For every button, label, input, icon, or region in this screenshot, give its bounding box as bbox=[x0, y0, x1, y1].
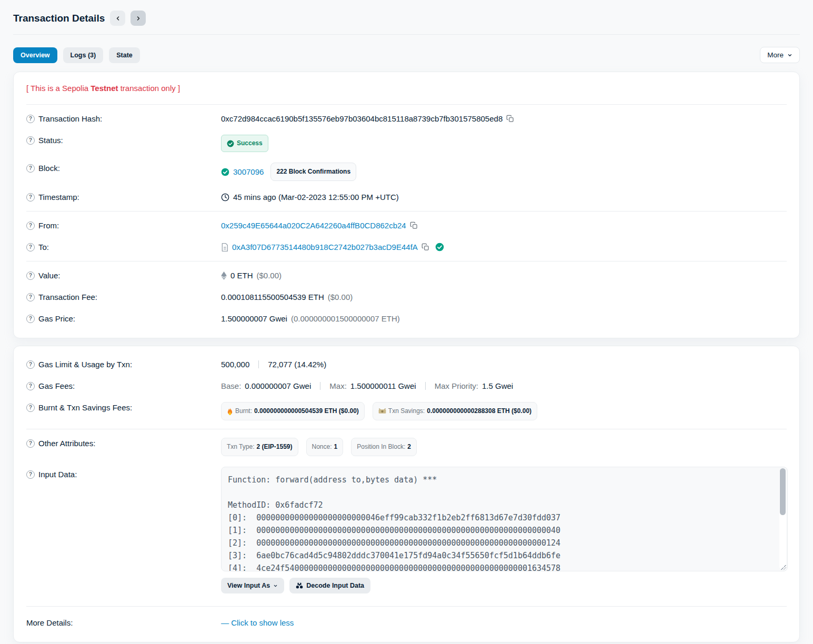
from-address-link[interactable]: 0x259c49E65644a020C2A642260a4ffB0CD862cb… bbox=[221, 220, 406, 231]
testnet-notice: [ This is a Sepolia Testnet transaction … bbox=[26, 76, 787, 101]
separator bbox=[425, 382, 426, 390]
help-icon[interactable] bbox=[26, 271, 35, 280]
transaction-hash-value: 0xc72d984ccac6190b5f135576eb97b03604bc81… bbox=[221, 113, 503, 124]
from-row: From: 0x259c49E65644a020C2A642260a4ffB0C… bbox=[26, 215, 787, 236]
more-dropdown-button[interactable]: More bbox=[760, 47, 800, 63]
help-icon[interactable] bbox=[26, 382, 35, 390]
base-fee-label: Base: bbox=[221, 380, 241, 391]
input-data-actions: View Input As Decode Input Data bbox=[221, 578, 788, 593]
chevron-down-icon bbox=[787, 53, 792, 58]
max-priority-value: 1.5 Gwei bbox=[482, 380, 513, 391]
block-label: Block: bbox=[26, 163, 221, 174]
gas-price-amount: 1.500000007 Gwei bbox=[221, 313, 287, 324]
chevron-down-icon bbox=[273, 583, 278, 588]
other-attributes-row: Other Attributes: Txn Type: 2 (EIP-1559)… bbox=[26, 432, 787, 461]
gas-limit-row: Gas Limit & Usage by Txn: 500,000 72,077… bbox=[26, 354, 787, 375]
help-icon[interactable] bbox=[26, 470, 35, 479]
view-input-as-button[interactable]: View Input As bbox=[221, 578, 284, 593]
burnt-savings-label: Burnt & Txn Savings Fees: bbox=[26, 402, 221, 413]
gas-used-value: 72,077 (14.42%) bbox=[268, 359, 326, 370]
copy-icon[interactable] bbox=[410, 222, 418, 229]
other-attributes-label: Other Attributes: bbox=[26, 438, 221, 449]
decode-input-data-button[interactable]: Decode Input Data bbox=[289, 578, 370, 593]
fee-amount: 0.000108115500504539 ETH bbox=[221, 291, 324, 303]
more-label: More bbox=[767, 51, 784, 59]
input-data-textarea[interactable]: Function: forward(address to,bytes data)… bbox=[221, 467, 788, 571]
transaction-hash-label: Transaction Hash: bbox=[26, 113, 221, 124]
next-transaction-button[interactable] bbox=[131, 11, 146, 26]
help-icon[interactable] bbox=[26, 404, 35, 412]
gas-price-row: Gas Price: 1.500000007 Gwei (0.000000001… bbox=[26, 308, 787, 329]
to-address-link[interactable]: 0xA3f07D6773514480b918C2742b027b3acD9E44… bbox=[232, 242, 418, 253]
help-icon[interactable] bbox=[26, 315, 35, 323]
input-data-scrollbar[interactable] bbox=[779, 468, 786, 570]
divider bbox=[26, 261, 787, 261]
divider bbox=[26, 606, 787, 607]
notice-bold: Testnet bbox=[91, 84, 118, 93]
help-icon[interactable] bbox=[26, 222, 35, 230]
gas-price-eth: (0.000000001500000007 ETH) bbox=[291, 313, 400, 324]
gas-fees-row: Gas Fees: Base: 0.000000007 Gwei Max: 1.… bbox=[26, 375, 787, 397]
page-title: Transaction Details bbox=[13, 13, 105, 24]
txn-type-badge: Txn Type: 2 (EIP-1559) bbox=[221, 438, 298, 456]
block-row: Block: 3007096 222 Block Confirmations bbox=[26, 157, 787, 186]
timestamp-label: Timestamp: bbox=[26, 192, 221, 203]
help-icon[interactable] bbox=[26, 115, 35, 123]
flame-icon bbox=[227, 408, 233, 415]
separator bbox=[258, 360, 259, 368]
more-details-label: More Details: bbox=[26, 617, 221, 628]
check-circle-icon bbox=[227, 140, 234, 147]
transaction-overview-card: [ This is a Sepolia Testnet transaction … bbox=[13, 72, 800, 338]
timestamp-value: 45 mins ago (Mar-02-2023 12:55:00 PM +UT… bbox=[233, 192, 399, 203]
chevron-left-icon bbox=[115, 15, 121, 22]
help-icon[interactable] bbox=[26, 136, 35, 145]
from-label: From: bbox=[26, 220, 221, 231]
resize-handle[interactable] bbox=[781, 565, 786, 570]
gas-price-label: Gas Price: bbox=[26, 313, 221, 324]
verified-contract-icon bbox=[435, 243, 444, 251]
transaction-details-card: Gas Limit & Usage by Txn: 500,000 72,077… bbox=[13, 346, 800, 642]
transaction-hash-row: Transaction Hash: 0xc72d984ccac6190b5f13… bbox=[26, 108, 787, 129]
block-number-link[interactable]: 3007096 bbox=[233, 166, 264, 177]
help-icon[interactable] bbox=[26, 193, 35, 202]
divider bbox=[26, 104, 787, 105]
transaction-fee-label: Transaction Fee: bbox=[26, 291, 221, 303]
transaction-fee-row: Transaction Fee: 0.000108115500504539 ET… bbox=[26, 286, 787, 308]
tab-logs[interactable]: Logs (3) bbox=[63, 47, 104, 63]
help-icon[interactable] bbox=[26, 293, 35, 301]
txn-savings-value: 0.000000000000288308 ETH ($0.00) bbox=[427, 406, 531, 417]
tab-overview[interactable]: Overview bbox=[13, 47, 57, 63]
value-row: Value: 0 ETH ($0.00) bbox=[26, 265, 787, 286]
max-priority-label: Max Priority: bbox=[435, 380, 478, 391]
burnt-badge: Burnt: 0.000000000000504539 ETH ($0.00) bbox=[221, 402, 365, 420]
nonce-badge: Nonce: 1 bbox=[306, 438, 344, 456]
scrollbar-thumb[interactable] bbox=[780, 468, 786, 515]
copy-icon[interactable] bbox=[421, 243, 429, 251]
status-badge: Success bbox=[221, 135, 268, 152]
contract-icon bbox=[221, 243, 228, 251]
burnt-value: 0.000000000000504539 ETH ($0.00) bbox=[254, 406, 359, 417]
help-icon[interactable] bbox=[26, 243, 35, 251]
divider bbox=[26, 429, 787, 429]
value-label: Value: bbox=[26, 270, 221, 281]
status-row: Status: Success bbox=[26, 129, 787, 157]
more-details-row: More Details: — Click to show less bbox=[26, 610, 787, 638]
copy-icon[interactable] bbox=[506, 115, 514, 123]
tab-state[interactable]: State bbox=[109, 47, 140, 63]
help-icon[interactable] bbox=[26, 164, 35, 173]
binoculars-icon bbox=[296, 582, 303, 589]
previous-transaction-button[interactable] bbox=[110, 11, 125, 26]
max-fee-value: 1.500000011 Gwei bbox=[350, 380, 416, 391]
notice-prefix: [ This is a Sepolia bbox=[26, 84, 91, 93]
page-header: Transaction Details bbox=[13, 0, 800, 34]
show-less-link[interactable]: — Click to show less bbox=[221, 617, 294, 628]
txn-savings-label: Txn Savings: bbox=[388, 406, 425, 417]
input-data-label: Input Data: bbox=[26, 467, 221, 480]
help-icon[interactable] bbox=[26, 439, 35, 448]
help-icon[interactable] bbox=[26, 360, 35, 369]
value-usd: ($0.00) bbox=[257, 270, 282, 281]
notice-suffix: transaction only ] bbox=[118, 84, 180, 93]
gas-fees-label: Gas Fees: bbox=[26, 380, 221, 391]
page: Transaction Details Overview Logs (3) St… bbox=[0, 0, 813, 642]
base-fee-value: 0.000000007 Gwei bbox=[245, 380, 311, 391]
